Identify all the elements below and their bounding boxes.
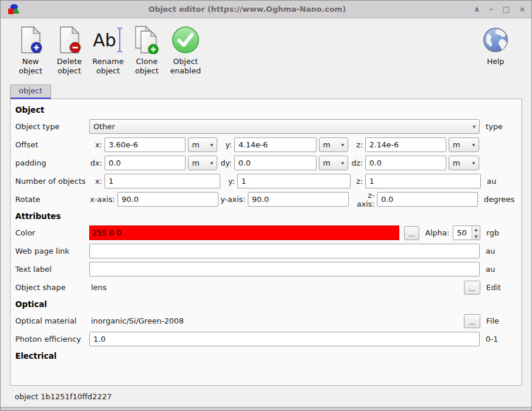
document-copy-plus-icon [133, 25, 161, 55]
alpha-input[interactable] [453, 226, 472, 240]
padding-dx-input[interactable] [105, 156, 186, 170]
unit-value: m [453, 140, 470, 149]
spin-down-icon[interactable]: ▼ [472, 233, 480, 240]
color-row: Color 255 0 0 ... Alpha: ▲ ▼ rgb [11, 224, 521, 242]
offset-z-unit-combobox[interactable]: m ▾ [449, 137, 479, 152]
section-optical: Optical [11, 297, 521, 312]
new-object-label: New object [19, 57, 42, 75]
color-unit: rgb [486, 228, 521, 237]
optical-material-file-button[interactable]: ... [464, 314, 480, 328]
offset-x-input[interactable] [105, 137, 186, 152]
rotate-z-key: z-axis: [351, 191, 377, 208]
chevron-down-icon: ▾ [341, 142, 344, 148]
offset-z-input[interactable] [365, 137, 446, 152]
new-object-button[interactable]: New object [14, 24, 48, 76]
color-browse-button[interactable]: ... [404, 226, 419, 240]
padding-dy-input[interactable] [234, 156, 316, 170]
status-bar: object 1b1251f10ffd2227 [1, 386, 531, 407]
chevron-down-icon: ▾ [210, 142, 213, 148]
text-label-label: Text label [15, 265, 89, 274]
rotate-y-input[interactable] [248, 192, 349, 207]
optical-material-label: Optical material [15, 316, 89, 325]
offset-x-unit-combobox[interactable]: m ▾ [188, 137, 217, 152]
help-button[interactable]: Help [479, 24, 513, 68]
maximize-button[interactable]: □ [503, 5, 510, 13]
title-bar: Object editor (https://www.Oghma-Nano.co… [1, 1, 531, 18]
ellipsis-icon: ... [469, 288, 475, 291]
rotate-x-key: x-axis: [89, 195, 117, 204]
document-plus-icon [18, 25, 43, 55]
offset-y-key: y: [219, 140, 234, 149]
object-type-row: Object type Other ▾ type [11, 117, 521, 136]
tab-object[interactable]: object [10, 85, 51, 99]
chevron-down-icon: ▾ [341, 160, 344, 166]
tab-bar: object [1, 85, 531, 99]
optical-material-unit: File [486, 316, 521, 325]
object-type-value: Other [93, 122, 470, 131]
offset-row: Offset x: m ▾ y: m ▾ z: m ▾ [11, 136, 521, 154]
padding-row: padding dx: m ▾ dy: m ▾ dz: m ▾ [11, 154, 521, 172]
web-page-link-unit: au [486, 247, 521, 255]
color-value: 255 0 0 [92, 228, 122, 237]
color-swatch[interactable]: 255 0 0 [89, 225, 399, 240]
color-label: Color [15, 228, 89, 237]
chevron-down-icon: ▾ [472, 160, 475, 166]
object-type-label: Object type [15, 122, 89, 131]
rotate-label: Rotate [15, 195, 89, 204]
ellipsis-icon: ... [469, 321, 475, 324]
rotate-x-input[interactable] [117, 192, 218, 207]
alpha-label: Alpha: [425, 228, 449, 237]
spin-up-icon[interactable]: ▲ [472, 226, 480, 233]
offset-y-unit-combobox[interactable]: m ▾ [319, 137, 348, 152]
padding-dy-unit-combobox[interactable]: m ▾ [319, 156, 348, 170]
oghma-logo-icon [6, 4, 21, 15]
alpha-spin-buttons: ▲ ▼ [472, 226, 480, 240]
object-shape-edit-button[interactable]: ... [464, 281, 480, 295]
rename-object-button[interactable]: Ab Rename object [91, 24, 125, 76]
num-y-input[interactable] [237, 174, 351, 188]
ellipsis-icon: ... [408, 233, 415, 236]
object-enabled-label: Object enabled [170, 57, 201, 75]
chevron-down-icon: ▾ [210, 160, 213, 166]
rotate-z-input[interactable] [377, 192, 478, 207]
green-check-circle-icon [171, 25, 200, 55]
offset-label: Offset [15, 140, 89, 149]
offset-y-input[interactable] [234, 137, 316, 152]
delete-object-button[interactable]: Delete object [52, 24, 86, 76]
alpha-spinbox[interactable]: ▲ ▼ [453, 225, 480, 240]
close-button[interactable]: × [519, 5, 526, 13]
object-type-unit: type [486, 122, 521, 131]
section-attributes: Attributes [11, 208, 521, 224]
clone-object-label: Clone object [135, 57, 159, 75]
num-z-input[interactable] [365, 174, 481, 188]
document-minus-icon [56, 25, 82, 55]
text-label-row: Text label au [11, 260, 521, 278]
web-page-link-input[interactable] [89, 244, 480, 258]
rename-text-cursor-icon: Ab [93, 25, 123, 55]
num-x-input[interactable] [105, 174, 220, 188]
object-type-combobox[interactable]: Other ▾ [89, 119, 480, 134]
unit-value: m [192, 140, 208, 149]
padding-dz-unit-combobox[interactable]: m ▾ [449, 156, 479, 170]
padding-label: padding [15, 159, 89, 167]
padding-dx-unit-combobox[interactable]: m ▾ [188, 156, 217, 170]
globe-icon [482, 25, 509, 55]
text-label-input[interactable] [89, 262, 480, 277]
padding-dz-input[interactable] [365, 156, 446, 170]
rotate-y-key: y-axis: [220, 195, 248, 204]
object-shape-label: Object shape [15, 283, 89, 292]
unit-value: m [323, 140, 339, 149]
object-enabled-button[interactable]: Object enabled [169, 24, 203, 76]
text-label-unit: au [486, 265, 521, 274]
padding-dx-key: dx: [89, 159, 105, 167]
chevron-down-icon: ▾ [473, 123, 476, 130]
delete-object-label: Delete object [57, 57, 82, 75]
shade-button[interactable]: ∧ [474, 5, 480, 13]
clone-object-button[interactable]: Clone object [130, 24, 164, 76]
minimize-button[interactable]: – [489, 5, 493, 13]
num-unit: au [487, 177, 522, 186]
photon-efficiency-input[interactable] [89, 332, 480, 346]
photon-efficiency-row: Photon efficiency 0-1 [11, 330, 521, 348]
num-y-key: y: [222, 177, 237, 186]
photon-efficiency-label: Photon efficiency [15, 335, 89, 343]
